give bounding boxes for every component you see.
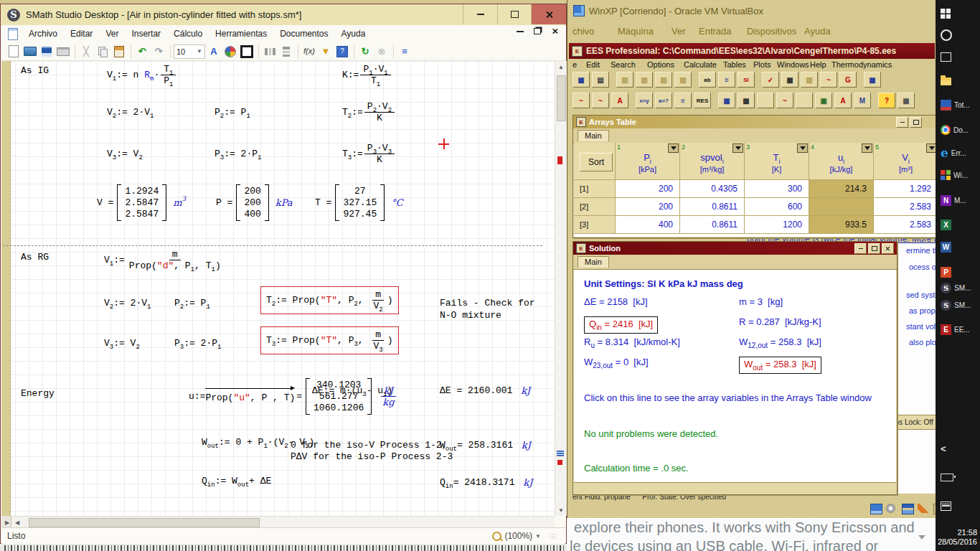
doc-minimize-button[interactable] (517, 31, 524, 32)
vbox-menu-ver[interactable]: Ver (672, 26, 686, 37)
align-vertical-button[interactable] (278, 44, 294, 59)
smath-formula[interactable]: V3:= V2 (104, 338, 140, 349)
taskbar-clock[interactable]: 21:58 28/05/2016 (936, 528, 977, 547)
taskbar-winxp-vm[interactable]: Wi... (936, 166, 980, 184)
ees-paste-disabled-button[interactable]: ▨ (655, 72, 672, 88)
ees-parametric-button[interactable]: ▦ (718, 93, 735, 108)
save-button[interactable] (39, 44, 55, 59)
ees-solve-disabled-button[interactable]: ▨ (801, 72, 818, 88)
menu-item-editar[interactable]: Editar (64, 27, 99, 41)
hard-disk-icon[interactable] (870, 504, 882, 514)
doc-close-button[interactable] (552, 28, 558, 34)
smath-formula[interactable]: 0 for the iso-V Process 1-2, (291, 440, 447, 451)
vertical-scroll-thumb[interactable] (557, 75, 566, 121)
ees-format-disabled-button[interactable]: ▨ (674, 72, 692, 88)
table-cell[interactable]: 0.8611 (680, 216, 745, 234)
minimize-button[interactable] (854, 243, 867, 254)
smath-formula[interactable]: T3:=P3·V3K (342, 143, 396, 165)
ees-plot-window-2-button[interactable]: ~ (592, 93, 609, 108)
chevron-down-icon[interactable]: ▼ (535, 533, 541, 540)
ees-help-button[interactable]: ? (878, 93, 895, 108)
ees-menu-edit[interactable]: Edit (586, 60, 600, 69)
scroll-left-arrow[interactable]: ◀ (11, 517, 23, 528)
minimize-button[interactable] (463, 4, 497, 24)
vbox-menu-ayuda[interactable]: Ayuda (804, 26, 831, 37)
doc-restore-button[interactable] (534, 28, 541, 34)
ees-calculate-button[interactable]: ▦ (781, 72, 798, 88)
row-label[interactable]: [3] (574, 216, 616, 234)
taskbar-onenote[interactable]: NM... (936, 191, 980, 209)
menu-item-cálculo[interactable]: Cálculo (167, 27, 209, 41)
taskbar-battery[interactable] (936, 468, 980, 486)
row-label[interactable]: [2] (574, 198, 616, 216)
smath-formula[interactable]: P3:= 2·P1 (215, 149, 261, 159)
taskbar-word[interactable]: W (936, 237, 980, 256)
smath-formula[interactable]: V1:=mProp("d", P1, T1) (104, 249, 225, 271)
table-cell[interactable]: 600 (745, 198, 809, 216)
print-button[interactable] (55, 44, 71, 59)
taskbar-tray-expand[interactable]: < (936, 439, 980, 458)
new-file-button[interactable] (6, 44, 22, 59)
cut-button[interactable]: ╳ (78, 44, 94, 59)
resize-grip[interactable] (550, 533, 555, 539)
smath-formula[interactable]: P3:= 2·P1 (174, 338, 221, 349)
edit-icon[interactable] (918, 504, 928, 513)
ees-plot-thumb-button[interactable]: ~ (776, 93, 793, 108)
table-cell[interactable]: 1200 (745, 216, 809, 234)
close-button[interactable] (882, 243, 894, 254)
table-cell[interactable]: 0.4305 (680, 180, 745, 198)
ees-cut-disabled-button[interactable]: ▨ (616, 72, 633, 88)
side-panel-button[interactable]: ? (334, 44, 350, 59)
ees-arrays-window-button[interactable]: a=? (655, 93, 672, 108)
stop-button[interactable]: ⊗ (374, 44, 390, 59)
ees-plot-window-1-button[interactable]: ~ (573, 93, 590, 108)
taskbar-total-commander[interactable]: Tot... (936, 95, 980, 114)
minimize-button[interactable] (896, 117, 908, 128)
scroll-down-arrow[interactable]: ▼ (555, 504, 567, 516)
options-list-button[interactable]: ≡ (397, 44, 413, 59)
smath-formula[interactable]: T3:= Prop("T", P3, mV3) (260, 326, 399, 354)
smath-formula[interactable]: As IG (21, 65, 49, 76)
smath-formula[interactable]: T2:= Prop("T", P2, mV2) (260, 286, 399, 314)
open-button[interactable] (22, 44, 38, 59)
table-cell[interactable]: 1.292 (874, 180, 936, 198)
ees-solution-window-button[interactable]: x=y (636, 93, 653, 108)
optical-disk-icon[interactable] (886, 504, 895, 513)
ees-menu-e[interactable]: e (573, 60, 577, 69)
table-cell[interactable]: 200 (616, 198, 680, 216)
vbox-menu-entrada[interactable]: Entrada (699, 26, 732, 37)
smath-formula[interactable]: ΔE:= m·(u3- u1) (312, 385, 392, 396)
smath-formula[interactable]: PΔV for the iso-P Process 2-3 (291, 451, 453, 462)
table-cell[interactable]: 933.5 (809, 216, 874, 234)
ees-macro-window-button[interactable]: M (854, 93, 871, 108)
ees-menu-search[interactable]: Search (611, 60, 636, 69)
ees-titlebar[interactable]: E EES Professional: C:\Command\EES\ees32… (569, 43, 935, 59)
menu-item-archivo[interactable]: Archivo (22, 27, 64, 41)
ees-blank-2-button[interactable] (796, 93, 813, 108)
taskbar-smath-2[interactable]: SSM... (936, 296, 980, 314)
vbox-menu-máquina[interactable]: Máquina (618, 26, 654, 37)
ees-save-button[interactable]: ▦ (573, 72, 590, 88)
smath-formula[interactable]: V2:= 2·V1 (107, 107, 154, 118)
vertical-scrollbar[interactable]: ▲ ▼ (555, 61, 567, 516)
ees-report-window-button[interactable]: A (834, 93, 852, 108)
filter-button[interactable]: ▼ (318, 44, 334, 59)
smath-formula[interactable]: Wout= 258.3161 kJ (440, 440, 531, 451)
smath-formula[interactable]: V2:= 2·V1 (104, 298, 151, 309)
smath-formula[interactable]: Fails - Check for (440, 298, 535, 309)
smath-formula[interactable]: P2:= P1 (215, 107, 250, 118)
smath-formula[interactable]: P =200200400kPa (216, 184, 293, 221)
maximize-button[interactable] (868, 243, 880, 254)
menu-item-herramientas[interactable]: Herramientas (209, 27, 273, 41)
tab-main[interactable]: Main (578, 256, 609, 268)
ees-blank-1-button[interactable] (757, 93, 774, 108)
solution-titlebar[interactable]: E Solution (573, 242, 897, 255)
ees-residuals-window-button[interactable]: RES (694, 93, 711, 108)
maximize-button[interactable] (497, 4, 532, 24)
ees-equations-window-button[interactable]: ≡ (718, 72, 735, 88)
maximize-button[interactable] (910, 117, 922, 128)
arrays-link-line[interactable]: Click on this line to see the array vari… (584, 392, 872, 403)
table-cell[interactable]: 300 (745, 180, 809, 198)
horizontal-scroll-thumb[interactable] (29, 518, 260, 527)
table-cell[interactable]: 200 (616, 180, 680, 198)
